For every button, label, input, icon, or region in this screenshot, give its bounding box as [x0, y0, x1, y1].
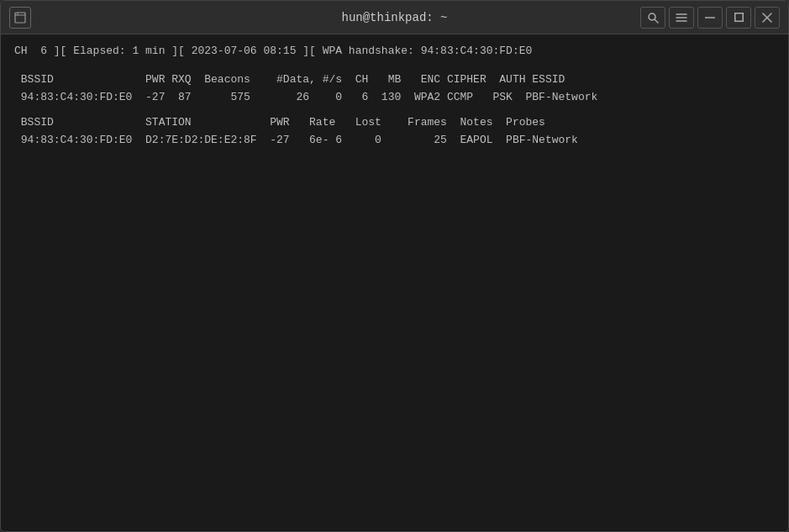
titlebar-left	[9, 7, 31, 29]
terminal-content[interactable]: CH 6 ][ Elapsed: 1 min ][ 2023-07-06 08:…	[1, 34, 788, 531]
svg-rect-0	[15, 13, 25, 23]
svg-line-4	[655, 19, 658, 23]
titlebar: hun@thinkpad: ~	[1, 1, 788, 34]
window-icon	[9, 7, 31, 29]
search-button[interactable]	[640, 7, 665, 29]
minimize-button[interactable]	[697, 7, 723, 29]
station-header: BSSID STATION PWR Rate Lost Frames Notes…	[14, 114, 775, 131]
ap-data-row: 94:83:C4:30:FD:E0 -27 87 575 26 0 6 130 …	[14, 89, 775, 106]
station-data-row: 94:83:C4:30:FD:E0 D2:7E:D2:DE:E2:8F -27 …	[14, 132, 775, 149]
status-line: CH 6 ][ Elapsed: 1 min ][ 2023-07-06 08:…	[14, 43, 775, 60]
maximize-button[interactable]	[726, 7, 751, 29]
svg-rect-9	[734, 13, 743, 22]
close-button[interactable]	[755, 7, 780, 29]
window-title: hun@thinkpad: ~	[341, 11, 447, 24]
ap-header: BSSID PWR RXQ Beacons #Data, #/s CH MB E…	[14, 71, 775, 88]
terminal-window: hun@thinkpad: ~	[0, 0, 789, 532]
titlebar-controls	[640, 7, 780, 29]
menu-button[interactable]	[669, 7, 694, 29]
